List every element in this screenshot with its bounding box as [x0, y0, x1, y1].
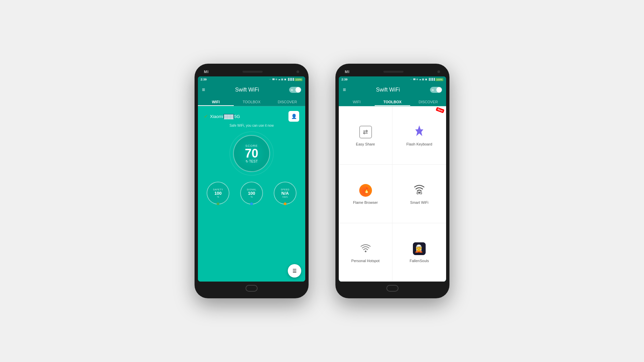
svg-rect-9	[418, 194, 421, 194]
smart-wifi-icon	[413, 184, 426, 197]
mi-logo-2: MI	[345, 70, 350, 74]
signal-icon-2: ··· ☎ ⊛ ☁ ▦ ▣ ▐▐▐▐	[410, 78, 435, 81]
speaker-1	[243, 71, 263, 73]
fallen-souls-label: FallenSouls	[410, 259, 429, 263]
phone-1: MI 2:39 ··· ☎ ⊛ ☁ ▦ ▣ ▐▐▐▐ 100% ≡ Swift …	[195, 64, 309, 298]
battery-2: 100%	[435, 78, 443, 81]
stat-signal-dot	[250, 202, 253, 205]
wifi-icon-toggle-2: ≋	[431, 88, 434, 92]
camera-2	[437, 70, 440, 73]
svg-point-8	[420, 193, 421, 194]
stat-speed-label: SPEED	[281, 188, 289, 191]
flame-browser-icon: 🔥	[359, 184, 372, 197]
score-circle-inner: SCORE 70 ↻ TEST	[233, 135, 270, 172]
smart-wifi-label: Smart WiFi	[410, 200, 428, 204]
stat-safety-dot	[217, 202, 219, 205]
stat-signal-unit: %	[251, 196, 253, 198]
wifi-icon-toggle-1: ≋	[290, 88, 293, 92]
toolbox-fallen-souls[interactable]: 🧝 FallenSouls	[392, 223, 446, 282]
camera-1	[297, 70, 299, 73]
speaker-2	[383, 71, 404, 73]
svg-text:🔥: 🔥	[363, 187, 369, 193]
stat-speed-unit: KB/S	[282, 196, 288, 198]
svg-text:🧝: 🧝	[414, 244, 424, 253]
stat-speed-dot	[284, 202, 286, 205]
easy-share-icon: ⇄	[359, 126, 372, 138]
wifi-toggle-1[interactable]: ≋	[289, 87, 301, 93]
tab-toolbox-2[interactable]: TOOLBOX	[375, 97, 411, 106]
tab-bar-1: WIFI TOOLBOX DISCOVER	[198, 97, 305, 106]
phone-1-top: MI	[198, 67, 305, 76]
app-title-1: Swift WiFi	[235, 87, 259, 93]
hotspot-icon-wrap	[358, 241, 373, 256]
refresh-icon: ↻	[246, 160, 248, 163]
stat-signal-value: 100	[248, 191, 255, 196]
flash-keyboard-label: Flash Keyboard	[406, 142, 432, 146]
tab-wifi-2[interactable]: WIFI	[339, 97, 375, 106]
fallen-souls-icon: 🧝	[413, 242, 426, 255]
home-button-1[interactable]	[246, 285, 258, 292]
app-header-2: ≡ Swift WiFi ≋	[339, 82, 446, 97]
scene: MI 2:39 ··· ☎ ⊛ ☁ ▦ ▣ ▐▐▐▐ 100% ≡ Swift …	[0, 0, 644, 362]
svg-point-12	[365, 250, 366, 252]
phone-2: MI 2:39 ··· ☎ ⊛ ☁ ▦ ▣ ▐▐▐▐ 100% ≡ Swift …	[335, 64, 449, 298]
tab-toolbox-1[interactable]: TOOLBOX	[234, 97, 270, 106]
easy-share-label: Easy Share	[356, 142, 375, 146]
stat-speed: SPEED N/A KB/S	[274, 182, 297, 204]
phone-1-screen: 2:39 ··· ☎ ⊛ ☁ ▦ ▣ ▐▐▐▐ 100% ≡ Swift WiF…	[198, 76, 305, 282]
user-icon-btn[interactable]: 👤	[288, 111, 299, 122]
toolbox-personal-hotspot[interactable]: Personal Hotspot	[339, 223, 392, 282]
personal-hotspot-label: Personal Hotspot	[351, 259, 379, 263]
score-container: SCORE 70 ↻ TEST	[228, 130, 275, 177]
network-info: ✔ Xiaomi▓▓▓5G	[204, 114, 240, 119]
fab-button[interactable]: ☰	[288, 264, 301, 278]
toolbox-flash-keyboard[interactable]: New Flash Keyboard	[392, 106, 446, 165]
home-button-2[interactable]	[386, 285, 398, 292]
wifi-content: ✔ Xiaomi▓▓▓5G 👤 Safe WiFi, you can use i…	[198, 106, 305, 282]
test-button[interactable]: ↻ TEST	[246, 160, 258, 163]
svg-point-7	[418, 193, 419, 194]
network-name: Xiaomi▓▓▓5G	[210, 114, 240, 119]
stat-speed-value: N/A	[281, 191, 289, 196]
status-icons-1: ··· ☎ ⊛ ☁ ▦ ▣ ▐▐▐▐ 100%	[269, 78, 303, 81]
tab-bar-2: WIFI TOOLBOX DISCOVER	[339, 97, 446, 106]
toolbox-content: ⇄ Easy Share New	[339, 106, 446, 282]
tab-discover-2[interactable]: DISCOVER	[410, 97, 446, 106]
stat-signal: SIGNAL 100 %	[240, 182, 263, 204]
app-title-2: Swift WiFi	[376, 87, 400, 93]
toggle-knob-2	[436, 87, 442, 93]
app-header-1: ≡ Swift WiFi ≋	[198, 82, 305, 97]
safe-text: Safe WiFi, you can use it now	[229, 124, 274, 127]
score-circle-outer: SCORE 70 ↻ TEST	[228, 130, 275, 177]
flash-keyboard-icon-wrap	[412, 125, 427, 139]
signal-icon-1: ··· ☎ ⊛ ☁ ▦ ▣ ▐▐▐▐	[269, 78, 294, 81]
fallen-souls-icon-wrap: 🧝	[412, 241, 427, 256]
easy-share-icon-wrap: ⇄	[358, 125, 373, 139]
phone-2-bottom	[339, 282, 446, 295]
status-bar-2: 2:39 ··· ☎ ⊛ ☁ ▦ ▣ ▐▐▐▐ 100%	[339, 76, 446, 82]
tab-wifi-1[interactable]: WIFI	[198, 97, 234, 106]
status-time-1: 2:39	[201, 78, 207, 81]
status-icons-2: ··· ☎ ⊛ ☁ ▦ ▣ ▐▐▐▐ 100%	[410, 78, 443, 81]
hamburger-icon-1[interactable]: ≡	[202, 87, 205, 93]
status-bar-1: 2:39 ··· ☎ ⊛ ☁ ▦ ▣ ▐▐▐▐ 100%	[198, 76, 305, 82]
tab-discover-1[interactable]: DISCOVER	[269, 97, 305, 106]
toolbox-easy-share[interactable]: ⇄ Easy Share	[339, 106, 392, 165]
hotspot-icon	[360, 242, 372, 256]
score-number: 70	[245, 147, 258, 160]
hamburger-icon-2[interactable]: ≡	[343, 87, 346, 93]
stat-safety-value: 100	[214, 191, 222, 196]
stats-row: SAFETY 100 % SIGNAL 100 % SPEED N/A	[201, 182, 302, 204]
stat-safety: SAFETY 100 %	[207, 182, 229, 204]
toolbox-smart-wifi[interactable]: Smart WiFi	[392, 165, 446, 223]
flame-browser-icon-wrap: 🔥	[358, 183, 373, 198]
toolbox-flame-browser[interactable]: 🔥 Flame Browser	[339, 165, 392, 223]
phone-1-bottom	[198, 282, 305, 295]
smart-wifi-icon-wrap	[412, 183, 427, 198]
toggle-knob-1	[296, 87, 301, 93]
mi-logo-1: MI	[204, 70, 209, 74]
stat-safety-label: SAFETY	[213, 188, 223, 191]
wifi-toggle-2[interactable]: ≋	[430, 87, 442, 93]
phone-2-top: MI	[339, 67, 446, 76]
flame-browser-label: Flame Browser	[353, 200, 378, 204]
